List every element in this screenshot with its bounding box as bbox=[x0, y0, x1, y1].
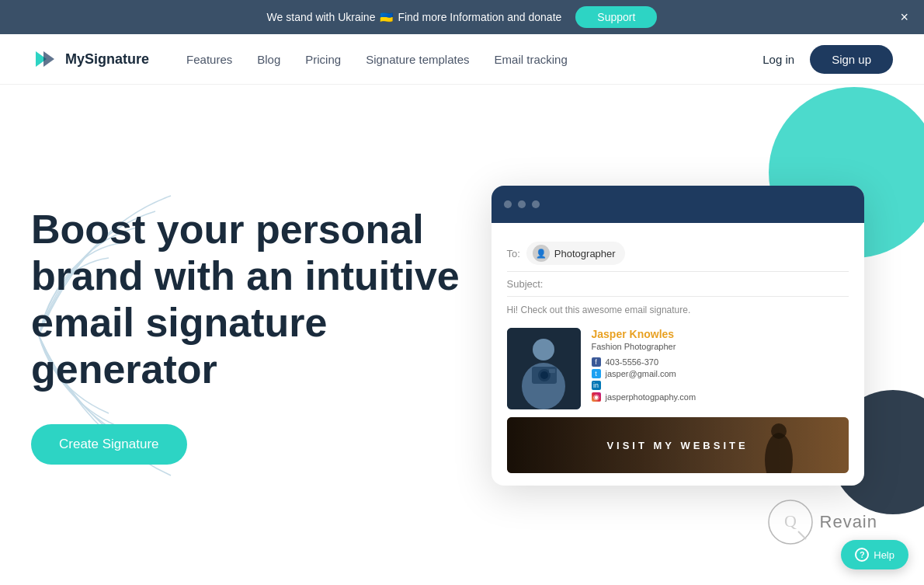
help-icon: ? bbox=[855, 548, 869, 562]
sig-phone: f 403-5556-370 bbox=[592, 357, 849, 367]
email-preview-card: To: 👤 Photographer Subject: Hi! Check ou… bbox=[492, 186, 864, 486]
recipient-avatar: 👤 bbox=[533, 245, 550, 262]
sig-instagram: ◉ jasperphotogpaphy.com bbox=[592, 392, 849, 402]
svg-point-3 bbox=[533, 339, 554, 360]
nav-link-features[interactable]: Features bbox=[186, 53, 232, 66]
hero-left: Boost your personal brand with an intuit… bbox=[31, 207, 462, 464]
nav-link-signature-templates[interactable]: Signature templates bbox=[366, 53, 469, 66]
sig-name: Jasper Knowles bbox=[592, 328, 849, 340]
email-signature-block: Jasper Knowles Fashion Photographer f 40… bbox=[507, 328, 849, 409]
login-button[interactable]: Log in bbox=[762, 53, 794, 66]
to-label: To: bbox=[507, 248, 520, 259]
sig-title: Fashion Photographer bbox=[592, 342, 849, 351]
signup-button[interactable]: Sign up bbox=[810, 45, 893, 74]
recipient-badge: 👤 Photographer bbox=[526, 242, 625, 265]
email-to-field: To: 👤 Photographer bbox=[507, 235, 849, 272]
svg-line-14 bbox=[798, 531, 806, 539]
subject-label: Subject: bbox=[507, 278, 544, 290]
header-dot-1 bbox=[504, 200, 512, 208]
sig-twitter: t jasper@gmail.com bbox=[592, 369, 849, 378]
header-dot-3 bbox=[532, 200, 540, 208]
nav-link-email-tracking[interactable]: Email tracking bbox=[495, 53, 568, 66]
help-button[interactable]: ? Help bbox=[841, 540, 908, 569]
banner-overlay: VISIT MY WEBSITE bbox=[507, 417, 849, 473]
svg-text:Q: Q bbox=[784, 511, 797, 531]
banner-text: VISIT MY WEBSITE bbox=[606, 440, 748, 451]
revain-logo-icon: Q bbox=[767, 499, 814, 545]
hero-section: Boost your personal brand with an intuit… bbox=[0, 85, 924, 585]
help-label: Help bbox=[874, 549, 894, 561]
nav-actions: Log in Sign up bbox=[762, 45, 893, 74]
recipient-name: Photographer bbox=[554, 248, 616, 259]
banner-close-button[interactable]: × bbox=[900, 10, 908, 24]
create-signature-button[interactable]: Create Signature bbox=[31, 424, 187, 465]
email-header-bar bbox=[492, 186, 864, 223]
banner-message-2: Find more Information and donate bbox=[398, 11, 561, 23]
email-body: To: 👤 Photographer Subject: Hi! Check ou… bbox=[492, 223, 864, 486]
photographer-image bbox=[507, 328, 581, 409]
email-subject-field: Subject: bbox=[507, 272, 849, 297]
svg-point-7 bbox=[540, 371, 548, 379]
nav-link-blog[interactable]: Blog bbox=[257, 53, 280, 66]
svg-rect-8 bbox=[549, 369, 555, 373]
website-banner: VISIT MY WEBSITE bbox=[507, 417, 849, 473]
announcement-banner: We stand with Ukraine 🇺🇦 Find more Infor… bbox=[0, 0, 924, 34]
banner-message-1: We stand with Ukraine bbox=[267, 11, 376, 23]
email-greeting: Hi! Check out this awesome email signatu… bbox=[507, 297, 849, 328]
signature-photo bbox=[507, 328, 581, 409]
header-dot-2 bbox=[518, 200, 526, 208]
sig-linkedin: in bbox=[592, 381, 849, 390]
twitter-icon: t bbox=[592, 369, 601, 378]
ukraine-flag: 🇺🇦 bbox=[380, 11, 393, 23]
nav-link-pricing[interactable]: Pricing bbox=[305, 53, 341, 66]
logo-link[interactable]: MySignature bbox=[31, 45, 149, 73]
banner-text: We stand with Ukraine 🇺🇦 Find more Infor… bbox=[267, 6, 658, 28]
linkedin-icon: in bbox=[592, 381, 601, 390]
nav-links: Features Blog Pricing Signature template… bbox=[186, 53, 762, 66]
main-navigation: MySignature Features Blog Pricing Signat… bbox=[0, 34, 924, 85]
instagram-icon: ◉ bbox=[592, 392, 601, 402]
logo-text: MySignature bbox=[65, 51, 149, 68]
facebook-icon: f bbox=[592, 357, 601, 367]
revain-watermark: Q Revain bbox=[767, 499, 877, 545]
revain-brand-text: Revain bbox=[820, 512, 877, 532]
signature-info: Jasper Knowles Fashion Photographer f 40… bbox=[592, 328, 849, 404]
logo-icon bbox=[31, 45, 59, 73]
hero-title: Boost your personal brand with an intuit… bbox=[31, 207, 462, 392]
support-button[interactable]: Support bbox=[575, 6, 657, 28]
svg-marker-1 bbox=[43, 51, 54, 67]
hero-right: To: 👤 Photographer Subject: Hi! Check ou… bbox=[462, 110, 893, 561]
